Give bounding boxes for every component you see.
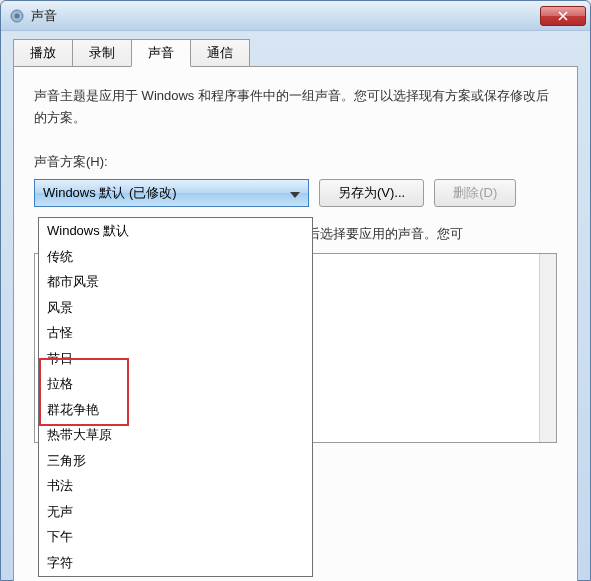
dropdown-option[interactable]: 热带大草原 [39, 422, 312, 448]
window-title: 声音 [31, 7, 540, 25]
speaker-icon [9, 8, 25, 24]
save-as-button[interactable]: 另存为(V)... [319, 179, 424, 207]
svg-point-1 [15, 13, 20, 18]
dropdown-option[interactable]: 古怪 [39, 320, 312, 346]
dropdown-option[interactable]: 拉格 [39, 371, 312, 397]
dropdown-option[interactable]: 节日 [39, 346, 312, 372]
dropdown-option[interactable]: Windows 默认 [39, 218, 312, 244]
dropdown-option[interactable]: 传统 [39, 244, 312, 270]
dropdown-option[interactable]: 下午 [39, 524, 312, 550]
tab-strip: 播放 录制 声音 通信 [1, 31, 590, 66]
dropdown-option[interactable]: 奏鸣曲 [39, 575, 312, 581]
sound-scheme-combobox[interactable]: Windows 默认 (已修改) [34, 179, 309, 207]
dropdown-option[interactable]: 三角形 [39, 448, 312, 474]
dropdown-option[interactable]: 都市风景 [39, 269, 312, 295]
tab-communications[interactable]: 通信 [190, 39, 250, 66]
sound-scheme-dropdown: Windows 默认传统都市风景风景古怪节日拉格群花争艳热带大草原三角形书法无声… [38, 217, 313, 577]
dropdown-option[interactable]: 无声 [39, 499, 312, 525]
dropdown-option[interactable]: 字符 [39, 550, 312, 576]
titlebar: 声音 [1, 1, 590, 31]
scrollbar[interactable] [539, 254, 556, 442]
sound-dialog: 声音 播放 录制 声音 通信 声音主题是应用于 Windows 和程序事件中的一… [0, 0, 591, 581]
close-button[interactable] [540, 6, 586, 26]
description-text: 声音主题是应用于 Windows 和程序事件中的一组声音。您可以选择现有方案或保… [34, 85, 557, 129]
tab-playback[interactable]: 播放 [13, 39, 73, 66]
dropdown-option[interactable]: 书法 [39, 473, 312, 499]
dropdown-option[interactable]: 群花争艳 [39, 397, 312, 423]
close-icon [558, 11, 568, 21]
sound-scheme-selected: Windows 默认 (已修改) [43, 184, 288, 202]
tab-sounds[interactable]: 声音 [131, 39, 191, 67]
delete-button[interactable]: 删除(D) [434, 179, 516, 207]
scheme-label: 声音方案(H): [34, 153, 557, 171]
scheme-row: Windows 默认 (已修改) 另存为(V)... 删除(D) [34, 179, 557, 207]
tab-recording[interactable]: 录制 [72, 39, 132, 66]
dropdown-option[interactable]: 风景 [39, 295, 312, 321]
chevron-down-icon [288, 186, 302, 201]
